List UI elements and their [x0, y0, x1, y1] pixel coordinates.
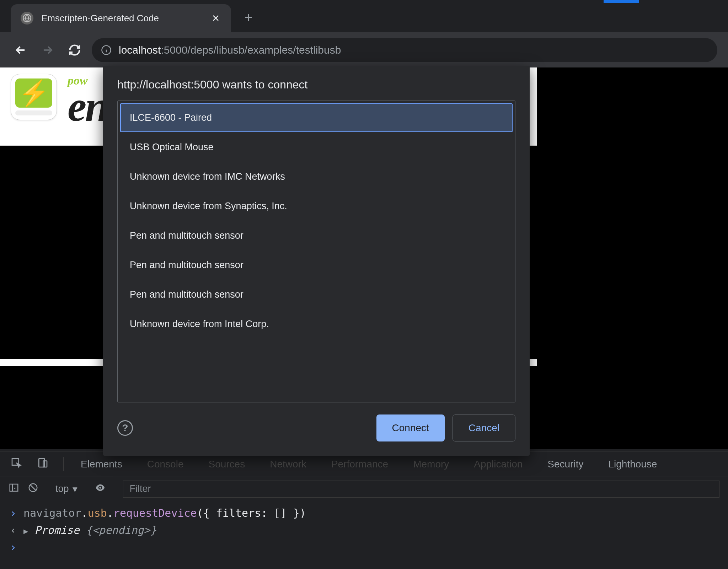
execution-context-selector[interactable]: top ▾	[55, 483, 77, 495]
console-toolbar: top ▾ Filter	[0, 477, 728, 501]
device-item[interactable]: Unknown device from Intel Corp.	[121, 310, 512, 338]
inspect-element-icon[interactable]	[11, 457, 22, 471]
browser-tab[interactable]: Emscripten-Generated Code	[11, 4, 231, 32]
devtools-panel: ElementsConsoleSourcesNetworkPerformance…	[0, 451, 728, 569]
emscripten-wordmark: pow en	[68, 74, 107, 126]
console-filter-input[interactable]: Filter	[123, 481, 719, 498]
device-item[interactable]: Pen and multitouch sensor	[121, 251, 512, 279]
bolt-icon: ⚡	[15, 78, 52, 108]
device-item[interactable]: Pen and multitouch sensor	[121, 281, 512, 309]
console-output-line: ‹ ▶ Promise {<pending>}	[9, 522, 719, 539]
emscripten-logo: ⚡	[11, 74, 57, 120]
devtools-tab-application[interactable]: Application	[472, 459, 525, 470]
tab-strip: Emscripten-Generated Code	[0, 0, 728, 32]
expand-triangle-icon[interactable]: ▶	[23, 525, 28, 537]
console-prompt-line[interactable]: ›	[9, 539, 719, 556]
window-accent	[604, 0, 639, 3]
device-item[interactable]: USB Optical Mouse	[121, 133, 512, 161]
output-chevron-icon: ‹	[9, 522, 17, 539]
device-item[interactable]: ILCE-6600 - Paired	[121, 104, 512, 132]
forward-button[interactable]	[38, 40, 58, 60]
cancel-button[interactable]: Cancel	[453, 414, 515, 441]
devtools-tab-sources[interactable]: Sources	[206, 459, 247, 470]
browser-toolbar: localhost:5000/deps/libusb/examples/test…	[0, 32, 728, 67]
tab-title: Emscripten-Generated Code	[41, 13, 203, 24]
reload-button[interactable]	[65, 40, 85, 60]
device-toolbar-icon[interactable]	[37, 457, 48, 471]
devtools-tab-performance[interactable]: Performance	[329, 459, 390, 470]
back-button[interactable]	[11, 40, 31, 60]
svg-rect-3	[39, 459, 44, 467]
devtools-tab-network[interactable]: Network	[268, 459, 309, 470]
svg-rect-4	[43, 461, 47, 467]
console-output[interactable]: › navigator.usb.requestDevice({ filters:…	[0, 501, 728, 569]
device-list[interactable]: ILCE-6600 - PairedUSB Optical MouseUnkno…	[117, 101, 515, 402]
globe-icon	[21, 12, 33, 25]
devtools-tab-lighthouse[interactable]: Lighthouse	[606, 459, 659, 470]
chevron-down-icon: ▾	[73, 483, 77, 495]
svg-point-7	[99, 487, 101, 488]
devtools-tab-console[interactable]: Console	[145, 459, 186, 470]
console-input-line: › navigator.usb.requestDevice({ filters:…	[9, 505, 719, 522]
console-sidebar-toggle-icon[interactable]	[9, 482, 19, 495]
live-expression-icon[interactable]	[95, 482, 106, 496]
devtools-tab-security[interactable]: Security	[545, 459, 585, 470]
usb-device-chooser-dialog: http://localhost:5000 wants to connect I…	[103, 66, 530, 456]
prompt-chevron-icon: ›	[9, 539, 17, 556]
url-text: localhost:5000/deps/libusb/examples/test…	[119, 44, 341, 56]
close-tab-icon[interactable]	[210, 13, 221, 23]
input-chevron-icon: ›	[9, 505, 17, 522]
site-info-icon[interactable]	[100, 44, 112, 56]
device-item[interactable]: Unknown device from IMC Networks	[121, 163, 512, 191]
address-bar[interactable]: localhost:5000/deps/libusb/examples/test…	[92, 38, 717, 62]
device-item[interactable]: Pen and multitouch sensor	[121, 222, 512, 250]
dialog-prompt: http://localhost:5000 wants to connect	[117, 78, 515, 91]
device-item[interactable]: Unknown device from Synaptics, Inc.	[121, 192, 512, 220]
connect-button[interactable]: Connect	[376, 414, 445, 441]
devtools-tab-elements[interactable]: Elements	[79, 459, 124, 470]
devtools-tab-memory[interactable]: Memory	[411, 459, 451, 470]
clear-console-icon[interactable]	[28, 482, 38, 495]
help-icon[interactable]: ?	[117, 420, 133, 436]
new-tab-button[interactable]	[239, 8, 258, 27]
